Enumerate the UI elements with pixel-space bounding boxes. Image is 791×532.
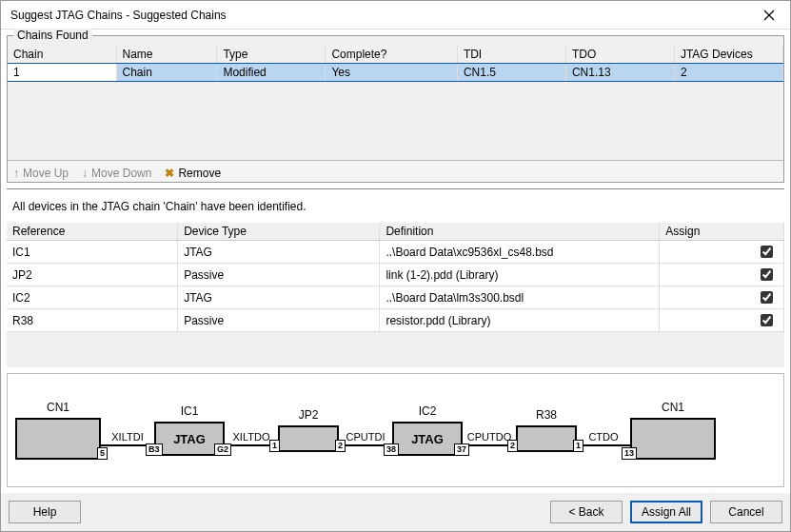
dia-pin: G2 — [214, 443, 231, 456]
dia-net-label: CPUTDI — [346, 431, 386, 443]
assign-checkbox[interactable] — [761, 314, 773, 326]
move-down-label: Move Down — [91, 167, 151, 180]
assign-all-button[interactable]: Assign All — [630, 501, 702, 523]
dia-label: IC1 — [181, 404, 199, 418]
dia-pin: B3 — [146, 443, 163, 456]
devices-header-row: Reference Device Type Definition Assign — [7, 223, 784, 241]
dia-rect: 1 2 — [278, 425, 339, 452]
assign-checkbox[interactable] — [761, 268, 773, 281]
chains-found-group: Chains Found Chain Name Type Complete? T… — [7, 35, 784, 183]
cell-complete: Yes — [326, 64, 457, 82]
devices-panel: Reference Device Type Definition Assign … — [7, 223, 784, 367]
chain-row[interactable]: 1 Chain Modified Yes CN1.5 CN1.13 2 — [8, 64, 783, 82]
dia-pin: 1 — [269, 440, 280, 452]
remove-label: Remove — [178, 167, 221, 180]
device-row[interactable]: R38 Passive resistor.pdd (Library) — [7, 309, 784, 332]
cell-devices: 2 — [674, 64, 782, 82]
chains-toolbar: ↑ Move Up ↓ Move Down ✖ Remove — [8, 160, 783, 182]
col-jtag-devices[interactable]: JTAG Devices — [674, 46, 782, 64]
cell-ref: IC2 — [7, 286, 178, 309]
dia-jtag-text: JTAG — [411, 432, 444, 446]
cell-type: JTAG — [178, 241, 380, 264]
back-button[interactable]: < Back — [550, 501, 623, 523]
chains-table[interactable]: Chain Name Type Complete? TDI TDO JTAG D… — [8, 46, 783, 81]
dia-block-jp2: JP2 1 2 — [278, 408, 339, 452]
close-button[interactable] — [747, 1, 790, 30]
cell-type: Modified — [217, 64, 326, 82]
dia-jtag-text: JTAG — [173, 432, 206, 446]
dia-rect: 2 1 — [516, 425, 577, 452]
cell-def: link (1-2).pdd (Library) — [380, 264, 660, 286]
dia-label: R38 — [536, 408, 557, 422]
col-name[interactable]: Name — [116, 46, 217, 64]
arrow-up-icon: ↑ — [13, 167, 19, 179]
cell-chain: 1 — [8, 64, 116, 82]
dia-label: JP2 — [299, 408, 319, 422]
window-title: Suggest JTAG Chains - Suggested Chains — [10, 9, 747, 22]
dia-net-label: XILTDO — [233, 431, 270, 443]
dia-pin: 2 — [507, 440, 518, 452]
cell-type: Passive — [178, 309, 380, 332]
footer: Help < Back Assign All Cancel — [1, 493, 790, 531]
dia-pin: 2 — [335, 440, 346, 452]
cell-name: Chain — [116, 64, 217, 82]
devices-table[interactable]: Reference Device Type Definition Assign … — [7, 223, 784, 332]
cell-ref: JP2 — [7, 264, 178, 286]
col-device-type[interactable]: Device Type — [178, 223, 380, 241]
chains-header-row: Chain Name Type Complete? TDI TDO JTAG D… — [8, 46, 783, 64]
dia-net-label: CTDO — [588, 431, 618, 443]
dia-label: IC2 — [419, 404, 437, 418]
dia-pin: 5 — [97, 447, 108, 460]
status-text: All devices in the JTAG chain 'Chain' ha… — [7, 196, 784, 217]
col-type[interactable]: Type — [217, 46, 326, 64]
assign-checkbox[interactable] — [761, 291, 773, 304]
dia-rect: 13 — [630, 418, 716, 460]
move-up-button: ↑ Move Up — [13, 167, 69, 180]
device-row[interactable]: JP2 Passive link (1-2).pdd (Library) — [7, 264, 784, 286]
cell-ref: R38 — [7, 309, 178, 332]
dia-net: XILTDI — [101, 414, 154, 446]
cell-def: resistor.pdd (Library) — [380, 309, 660, 332]
col-complete[interactable]: Complete? — [326, 46, 457, 64]
dia-net: CTDO — [577, 414, 630, 446]
separator — [7, 188, 784, 190]
device-row[interactable]: IC2 JTAG ..\Board Data\lm3s300.bsdl — [7, 286, 784, 309]
dia-label: CN1 — [47, 401, 69, 414]
dia-rect: JTAG 38 37 — [392, 422, 463, 456]
close-icon — [763, 10, 775, 21]
dia-rect: 5 — [15, 418, 101, 460]
col-reference[interactable]: Reference — [7, 223, 178, 241]
dia-block-r38: R38 2 1 — [516, 408, 577, 452]
content: Chains Found Chain Name Type Complete? T… — [1, 30, 790, 493]
dia-net: CPUTDI — [339, 414, 392, 446]
cancel-button[interactable]: Cancel — [710, 501, 782, 523]
dia-block-cn1-left: CN1 5 — [15, 401, 101, 460]
cell-def: ..\Board Data\xc9536xl_cs48.bsd — [380, 241, 660, 264]
device-row[interactable]: IC1 JTAG ..\Board Data\xc9536xl_cs48.bsd — [7, 241, 784, 264]
col-definition[interactable]: Definition — [380, 223, 660, 241]
col-tdo[interactable]: TDO — [565, 46, 674, 64]
cell-tdo: CN1.13 — [565, 64, 674, 82]
dia-label: CN1 — [662, 401, 684, 414]
arrow-down-icon: ↓ — [82, 167, 88, 179]
dia-block-cn1-right: CN1 13 — [630, 401, 716, 460]
col-tdi[interactable]: TDI — [457, 46, 565, 64]
help-button[interactable]: Help — [9, 501, 81, 523]
dia-net-label: CPUTDO — [467, 431, 511, 443]
dia-block-ic1: IC1 JTAG B3 G2 — [154, 404, 225, 456]
dia-block-ic2: IC2 JTAG 38 37 — [392, 404, 463, 456]
window: Suggest JTAG Chains - Suggested Chains C… — [0, 0, 791, 532]
col-assign[interactable]: Assign — [660, 223, 784, 241]
move-up-label: Move Up — [23, 167, 69, 180]
cell-ref: IC1 — [7, 241, 178, 264]
dia-net-label: XILTDI — [111, 431, 143, 443]
col-chain[interactable]: Chain — [8, 46, 116, 64]
assign-checkbox[interactable] — [761, 246, 773, 258]
remove-button[interactable]: ✖ Remove — [165, 167, 221, 180]
chain-diagram[interactable]: CN1 5 XILTDI IC1 JTAG B3 G2 — [7, 373, 784, 487]
move-down-button: ↓ Move Down — [82, 167, 151, 180]
chains-found-legend: Chains Found — [13, 29, 92, 42]
cell-tdi: CN1.5 — [457, 64, 565, 82]
titlebar: Suggest JTAG Chains - Suggested Chains — [1, 1, 790, 30]
dia-pin: 38 — [384, 443, 399, 456]
